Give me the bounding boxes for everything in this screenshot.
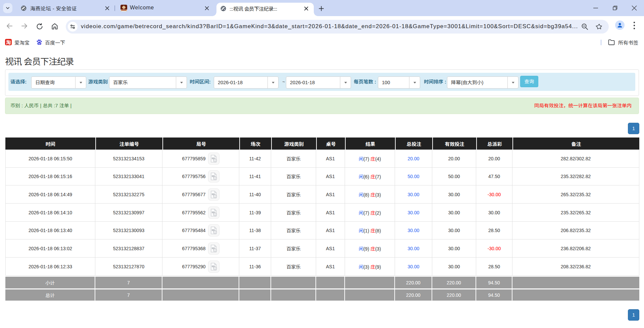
svg-text:du: du <box>38 42 41 44</box>
